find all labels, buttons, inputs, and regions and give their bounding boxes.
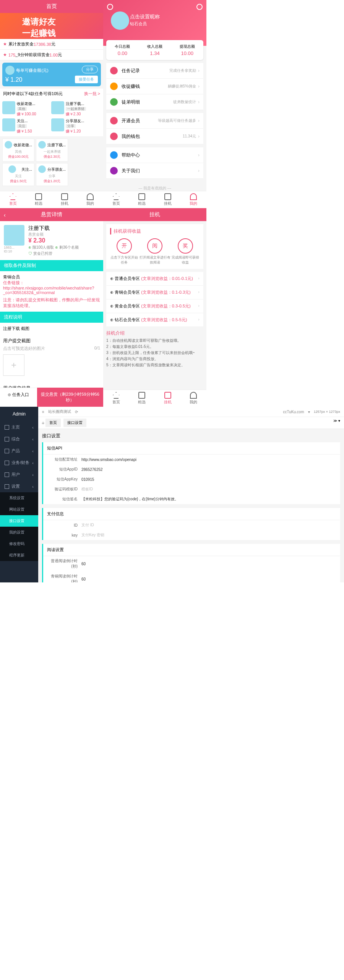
form-input[interactable]: 010915 [81,477,94,482]
menu-group-1: 任务记录完成任务拿奖励›收徒赚钱躺赚徒弟5%佣金›徒弟明细徒弟数量统计› [106,63,203,110]
home-icon[interactable]: ⌂ [42,420,44,425]
gear-icon[interactable] [196,4,203,10]
task-group-header: 同时申请以下4款任务可得105元 换一批 > [0,89,103,99]
tab-select[interactable]: 精选 [26,191,52,208]
accept-task-button[interactable]: 接受任务 [75,76,98,83]
task-item[interactable]: 关注...关注赚￥1.50 [2,118,50,134]
menu-item[interactable]: 帮助中心› [106,147,203,163]
nav-icon [5,472,9,477]
menu-item[interactable]: 任务记录完成任务拿奖励› [106,63,203,79]
menu-item[interactable]: 我的钱包11.34元› [106,129,203,144]
more-icon[interactable]: ≫ ▾ [333,419,340,423]
menu-icon [110,67,118,74]
share-button[interactable]: 分享 [82,66,98,73]
submit-button[interactable]: 提交悬赏（剩239小时59分钟56秒） [37,388,103,407]
menu-item[interactable]: 关于我们› [106,163,203,179]
form-input[interactable]: 【米粒科技】您的验证码为{code}，在{time}分钟内有效。 [81,496,178,502]
chat-icon[interactable] [107,4,113,10]
tab-home[interactable]: 首页 [0,191,26,208]
zone-item[interactable]: ⊕ 青铜会员专区 (文章浏览收益：0.1-0.3元)› [106,286,203,299]
sidebar-item[interactable]: 综合‹ [0,433,38,445]
tab-home[interactable]: 首页 [103,390,129,407]
whale-icon [51,118,64,131]
menu-item[interactable]: 收徒赚钱躺赚徒弟5%佣金› [106,79,203,94]
tab-select[interactable]: 精选 [129,191,155,208]
admin-topbar: ≡ 站长圈商测试 ⟳ ccTuKu.com ▾ 1257px × 1273px [38,407,344,417]
menu-icon [110,151,118,159]
form-input[interactable]: 2865276252 [81,467,103,472]
sidebar-subitem[interactable]: 修改密码 [0,538,38,550]
task-item[interactable]: 分享朋友...分享赚￥1.20 [51,118,99,134]
panel-payment: 支付信息 ID支付 IDkey支付Key 密钥 [42,508,340,540]
zone-item[interactable]: ⊕ 钻石会员专区 (文章浏览收益：0.5-5元)› [106,313,203,327]
tab-hang[interactable]: 挂机 [155,191,181,208]
sidebar-item[interactable]: 产品‹ [0,445,38,457]
sidebar-subitem[interactable]: 我的设置 [0,527,38,538]
sidebar-subitem[interactable]: 程序更新 [0,550,38,561]
stat-total: ★ 累计发放奖金 17386.38 元 [0,39,103,50]
stat-col[interactable]: 今日总额0.00 [106,44,139,56]
tab-mine[interactable]: 我的 [181,191,207,208]
task-card[interactable]: 注册下载...一起来养猪佣金2.30元 [36,139,68,162]
form-input[interactable]: 60 [81,577,86,581]
tab-mine[interactable]: 我的 [78,191,104,208]
menu-item[interactable]: 开通会员等级越高可做任务越多› [106,113,203,129]
star-icon: ★ [3,42,7,47]
tab-home[interactable]: 首页 [103,191,129,208]
task-item[interactable]: 收新老微...其他赚￥100.00 [2,101,50,117]
form-input[interactable]: 模板ID [81,487,93,492]
chevron-right-icon: › [198,317,200,323]
menu-icon [110,133,118,140]
task-item[interactable]: 注册下载...一起来养猪赚￥2.30 [51,101,99,117]
zone-item[interactable]: ⊕ 黄金会员专区 (文章浏览收益：0.3-0.5元)› [106,299,203,313]
tab-interface[interactable]: 接口设置 [63,419,86,427]
task-entry-button[interactable]: ⊙ 任务入口 [0,388,37,407]
step-circle[interactable]: 阅打开阅读文章进行有效阅读 [138,238,172,265]
whale-icon [2,101,15,114]
tab-home[interactable]: 首页 [45,419,61,427]
sidebar-item[interactable]: 主页‹ [0,421,38,433]
sidebar-item[interactable]: 业务/财务‹ [0,457,38,469]
form-input[interactable]: 支付 ID [81,522,94,528]
task-card[interactable]: 分享朋友...分享佣金1.20元 [36,163,68,186]
form-input[interactable]: 60 [81,562,86,566]
refresh-button[interactable]: 换一批 > [84,91,100,97]
chevron-right-icon: › [198,118,200,123]
nickname[interactable]: 点击设置昵称 [130,13,160,20]
stat-col[interactable]: 提现总额10.00 [171,44,203,56]
step-circle[interactable]: 奖完成阅读即可获得收益 [172,238,200,265]
zone-item[interactable]: ⊕ 普通会员专区 (文章浏览收益：0.01-0.1元)› [106,272,203,286]
menu-icon[interactable]: ≡ [42,410,44,414]
task-link[interactable]: http://share.nlxsjgogo.com/mobile/wechat… [3,286,94,295]
tab-mine[interactable]: 我的 [181,390,207,407]
tab-hang[interactable]: 挂机 [52,191,78,208]
menu-item[interactable]: 徒弟明细徒弟数量统计› [106,94,203,110]
task-price: ¥ 2.30 [28,237,79,244]
tab-select[interactable]: 精选 [129,390,155,407]
upload-button[interactable]: + [3,354,24,376]
task-summary: 1883... ID:10 注册下载 悬赏金额 ¥ 2.30 ⊕ 限100人领取… [0,221,103,260]
sidebar-subitem[interactable]: 系统设置 [0,492,38,504]
form-input[interactable]: 支付Key 密钥 [81,532,104,538]
sidebar-subitem[interactable]: 接口设置 [0,515,38,527]
chevron-right-icon: › [198,84,200,89]
avatar[interactable] [111,11,129,30]
admin-sidebar: Admin 主页‹综合‹产品‹业务/财务‹用户‹设置‹ 系统设置网站设置接口设置… [0,407,38,582]
sidebar-item[interactable]: 设置‹ [0,480,38,492]
page-header: ‹ 悬赏详情 [0,208,103,221]
stats-box: 今日总额0.00收入总额1.34提现总额10.00 [106,40,203,60]
sidebar-subitem[interactable]: 网站设置 [0,504,38,515]
step-circle[interactable]: 开点击下方专区开始任务 [110,238,138,265]
form-row: 短信AppID2865276252 [43,464,340,474]
admin-screen: Admin 主页‹综合‹产品‹业务/财务‹用户‹设置‹ 系统设置网站设置接口设置… [0,407,344,582]
refresh-icon[interactable]: ⟳ [75,410,78,414]
tab-hang[interactable]: 挂机 [155,390,181,407]
back-icon[interactable]: ‹ [4,212,6,218]
task-card[interactable]: 收新老微...其他佣金100.00元 [2,139,34,162]
task-card[interactable]: 关注...关注佣金1.50元 [2,163,34,186]
invite-banner[interactable]: 邀请好友 一起赚钱 [0,13,103,39]
stat-col[interactable]: 收入总额1.34 [139,44,171,56]
conditions-body: 青铜会员 任务链接：http://share.nlxsjgogo.com/mob… [0,271,103,312]
form-input[interactable]: http://www.smsbao.com/openapi [81,458,136,462]
sidebar-item[interactable]: 用户‹ [0,469,38,480]
